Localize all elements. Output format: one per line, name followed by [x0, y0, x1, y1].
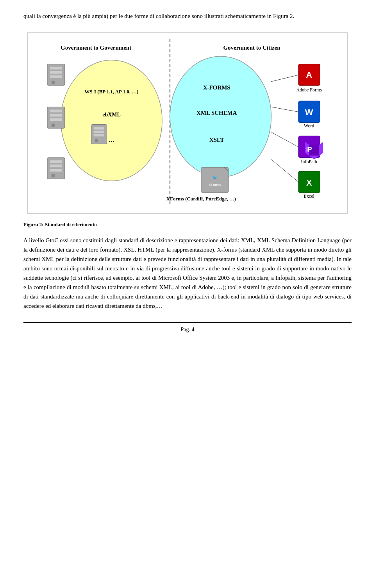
svg-text:IP: IP [306, 146, 312, 153]
adobe-label: Adobe Forms [296, 87, 322, 92]
svg-text:🐦: 🐦 [212, 175, 218, 180]
xslt-label: XSLT [209, 137, 224, 143]
svg-line-26 [271, 132, 298, 147]
svg-rect-2 [50, 75, 62, 78]
svg-rect-14 [50, 169, 62, 172]
svg-rect-5 [50, 114, 62, 116]
intro-paragraph: quali la convergenza è la più ampia) per… [23, 12, 352, 21]
svg-line-27 [271, 159, 298, 182]
svg-rect-11 [95, 139, 98, 142]
figure-diagram: Government to Government Government to C… [34, 39, 341, 206]
svg-rect-12 [50, 160, 62, 163]
figure-caption: Figura 2: Standard di riferimento [23, 222, 352, 228]
infopath-label: InfoPath [301, 159, 317, 164]
svg-text:XForms: XForms [209, 183, 221, 187]
svg-rect-9 [94, 130, 104, 133]
word-label: Word [304, 123, 314, 129]
svg-rect-4 [50, 109, 62, 112]
xforms-label: X-FORMS [203, 84, 230, 90]
svg-rect-1 [50, 71, 62, 73]
svg-rect-6 [50, 118, 62, 121]
figure-container: Government to Government Government to C… [27, 32, 348, 214]
svg-rect-3 [52, 80, 55, 84]
xml-schema-label: XML SCHEMA [196, 109, 237, 116]
xforms-bottom-label: XForms (Cardiff, PureEdge, …) [166, 195, 236, 201]
left-header-text: Government to Government [61, 44, 131, 50]
body-paragraph: A livello GtoC essi sono costituiti dagl… [23, 236, 352, 311]
svg-rect-10 [94, 134, 104, 136]
svg-rect-7 [52, 123, 55, 127]
svg-text:X: X [306, 178, 312, 188]
svg-line-25 [271, 107, 298, 112]
xforms-icon [201, 167, 229, 193]
right-oval [170, 56, 271, 177]
page-number: Pag. 4 [23, 322, 352, 333]
left-oval [61, 60, 162, 181]
svg-rect-8 [94, 127, 104, 129]
excel-label: Excel [304, 193, 315, 198]
ellipsis-label: … [109, 137, 114, 143]
svg-rect-0 [50, 66, 62, 69]
svg-text:A: A [306, 70, 312, 79]
svg-line-24 [271, 75, 298, 81]
svg-rect-13 [50, 164, 62, 167]
svg-rect-15 [52, 174, 55, 177]
svg-text:W: W [305, 107, 313, 117]
ws-i-label: WS-I (BP 1.1, AP 1.0, …) [85, 88, 139, 94]
right-header-text: Government to Citizen [223, 44, 280, 50]
ebxml-label: ebXML [102, 112, 121, 118]
